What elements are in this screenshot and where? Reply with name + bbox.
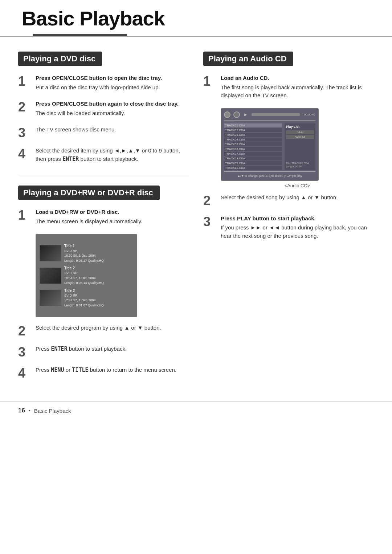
dvd-disc-steps: 1 Press OPEN/CLOSE button to open the di… [18,74,189,164]
step-number: 3 [18,345,32,359]
dvdrw-date-1: 16:30:50, 1 Oct. 2004 [64,253,104,258]
step-number: 1 [18,208,32,222]
step-normal: Press MENU or TITLE button to return to … [36,367,176,373]
section-divider [18,175,189,175]
step-number: 2 [203,194,217,207]
step-normal: Put a disc on the disc tray with logo-pr… [36,84,160,90]
step-content: Press OPEN/CLOSE button to open the disc… [36,74,189,93]
audiocd-playlist-info: File: TRACK01.CDALength: 00:36 [286,162,314,169]
audiocd-hint: ▲/▼ to change. [ENTER] to select. [PLAY]… [224,174,315,178]
audio-cd-step-3: 3 Press PLAY button to start playback. I… [203,215,374,241]
audio-cd-heading: Playing an Audio CD [203,52,293,66]
dvdrw-screenshot: Title 1 SVID RR 16:30:50, 1 Oct. 2004 Le… [36,234,137,317]
dvdrw-length-1: Length: 0:03:17 Quality:HQ [64,258,104,264]
audio-cd-step-1: 1 Load an Audio CD. The first song is pl… [203,74,374,101]
audiocd-bar [224,122,235,122]
audiocd-add-btn: * Add [286,130,314,134]
audiocd-tracklist: TRACK01.CDA TRACK02.CDA TRACK03.CDA TRAC… [224,123,282,170]
dvdrw-title-1: Title 1 [64,243,104,249]
dvd-disc-step-3: 3 The TV screen shows disc menu. [18,126,189,139]
audiocd-screenshot-label: <Audio CD> [221,183,374,188]
step-content: Select the desired item by using ◄,►,▲,▼… [36,147,189,164]
step-normal: The menu screen is displayed automatical… [36,218,142,224]
dvd-disc-heading: Playing a DVD disc [18,52,102,66]
step-normal: The disc will be loaded automatically. [36,110,125,116]
dvdrw-date-3: 17:44:57, 1 Oct. 2004 [64,298,104,303]
col-right: Playing an Audio CD 1 Load an Audio CD. … [203,52,374,387]
audiocd-track-2: TRACK02.CDA [224,128,282,132]
step-bold: Load a DVD+RW or DVD+R disc. [36,209,119,215]
dvdrw-heading: Playing a DVD+RW or DVD+R disc [18,186,160,200]
audiocd-playlist: Play List * Add *Add All File: TRACK01.C… [285,123,315,170]
dvd-disc-step-4: 4 Select the desired item by using ◄,►,▲… [18,147,189,164]
step-normal: The TV screen shows disc menu. [36,126,116,133]
page-footer: 16 • Basic Playback [0,402,392,419]
step-normal: Select the desired program by using ▲ or… [36,325,161,331]
dvdrw-row-1: Title 1 SVID RR 16:30:50, 1 Oct. 2004 Le… [40,243,133,264]
step-number: 1 [203,74,217,88]
dvdrw-info-2: SVID RR [64,271,104,276]
step-normal: Select the desired song by using ▲ or ▼ … [221,194,338,200]
audiocd-icon-2 [233,111,240,118]
footer-bullet: • [29,408,30,414]
step-bold: Press OPEN/CLOSE button to open the disc… [36,75,162,81]
dvdrw-info-1: SVID RR [64,249,104,254]
audiocd-track-8: TRACK08.CDA [224,156,282,160]
dvdrw-step-3: 3 Press ENTER button to start playback. [18,345,189,359]
dvd-disc-section: Playing a DVD disc 1 Press OPEN/CLOSE bu… [18,52,189,164]
step-normal: Select the desired item by using ◄,►,▲,▼… [36,147,180,162]
dvd-disc-step-2: 2 Press OPEN/CLOSE button again to close… [18,100,189,118]
audiocd-icon-1 [224,111,230,118]
page-title: Basic Playback [11,0,392,34]
dvdrw-thumb-3 [40,290,61,306]
dvdrw-text-1: Title 1 SVID RR 16:30:50, 1 Oct. 2004 Le… [64,243,104,264]
step-number: 2 [18,324,32,338]
audiocd-addall-btn: *Add All [286,135,314,139]
dvdrw-info-3: SVID RR [64,293,104,298]
audiocd-play-symbol: ▶ [244,113,247,117]
step-number: 2 [18,100,32,114]
step-content: Select the desired song by using ▲ or ▼ … [221,194,374,203]
step-number: 4 [18,366,32,380]
step-number: 3 [203,215,217,228]
dvdrw-steps: 1 Load a DVD+RW or DVD+R disc. The menu … [18,208,189,227]
dvdrw-thumb-1 [40,245,61,261]
audiocd-track-6: TRACK06.CDA [224,147,282,151]
step-number: 3 [18,126,32,139]
audiocd-body: TRACK01.CDA TRACK02.CDA TRACK03.CDA TRAC… [224,123,315,170]
dvdrw-length-3: Length: 0:01:07 Quality:HQ [64,303,104,308]
step-content: Press OPEN/CLOSE button again to close t… [36,100,189,118]
step-normal: If you press ►► or ◄◄ button during play… [221,224,367,239]
footer-page-number: 16 [18,407,25,414]
step-bold: Press PLAY button to start playback. [221,215,316,221]
audiocd-track-9: TRACK09.CDA [224,161,282,165]
step-number: 1 [18,74,32,88]
dvdrw-title-2: Title 2 [64,265,104,271]
step-content: Press PLAY button to start playback. If … [221,215,374,241]
audiocd-playbar [252,113,300,116]
audio-cd-steps: 1 Load an Audio CD. The first song is pl… [203,74,374,101]
col-left: Playing a DVD disc 1 Press OPEN/CLOSE bu… [18,52,189,387]
step-content: Select the desired program by using ▲ or… [36,324,189,333]
dvdrw-step-2: 2 Select the desired program by using ▲ … [18,324,189,338]
header-accent-bar [33,34,127,36]
audio-cd-step-2: 2 Select the desired song by using ▲ or … [203,194,374,207]
audiocd-topbar: ▶ 00:00:46 [224,111,315,118]
dvdrw-text-3: Title 3 SVID RR 17:44:57, 1 Oct. 2004 Le… [64,288,104,308]
dvdrw-steps-cont: 2 Select the desired program by using ▲ … [18,324,189,380]
step-content: The TV screen shows disc menu. [36,126,189,135]
audio-cd-section: Playing an Audio CD 1 Load an Audio CD. … [203,52,374,241]
dvdrw-row-3: Title 3 SVID RR 17:44:57, 1 Oct. 2004 Le… [40,288,133,308]
audiocd-playlist-title: Play List [286,125,314,129]
audio-cd-steps-cont: 2 Select the desired song by using ▲ or … [203,194,374,241]
step-bold: Load an Audio CD. [221,75,269,81]
audiocd-track-3: TRACK03.CDA [224,133,282,137]
audiocd-track-7: TRACK07.CDA [224,152,282,156]
audiocd-track-5: TRACK05.CDA [224,142,282,146]
step-number: 4 [18,147,32,160]
dvd-disc-step-1: 1 Press OPEN/CLOSE button to open the di… [18,74,189,93]
dvdrw-section: Playing a DVD+RW or DVD+R disc 1 Load a … [18,186,189,380]
audiocd-inner: ▶ 00:00:46 TRACK01.CDA TRACK02.CDA TRACK… [221,109,318,180]
main-content: Playing a DVD disc 1 Press OPEN/CLOSE bu… [0,37,392,402]
step-content: Press ENTER button to start playback. [36,345,189,354]
